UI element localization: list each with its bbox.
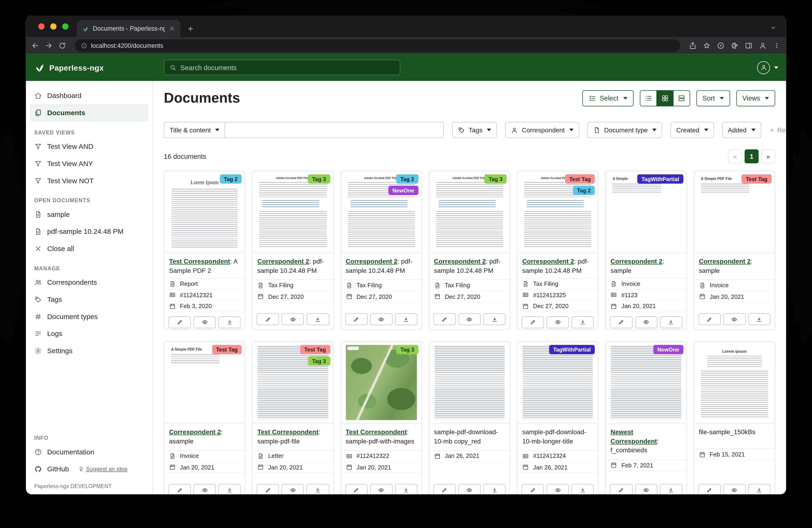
document-thumbnail[interactable]: A SimpleTagWithPartial (606, 171, 686, 253)
tag-badge[interactable]: NewOne (653, 345, 683, 354)
suggest-idea-link[interactable]: Suggest an idea (78, 464, 127, 474)
user-menu[interactable] (757, 61, 778, 74)
edit-button[interactable] (522, 316, 544, 328)
views-button[interactable]: Views (736, 90, 775, 106)
correspondent-link[interactable]: Correspondent 2 (258, 258, 309, 265)
download-button[interactable] (748, 313, 770, 325)
forward-button[interactable] (45, 42, 53, 50)
app-brand[interactable]: Paperless-ngx (34, 62, 104, 73)
document-thumbnail[interactable]: Lorem ipsum (694, 342, 774, 424)
sidebar-item-close-all[interactable]: Close all (30, 240, 148, 257)
view-button[interactable] (635, 316, 657, 328)
sidebar-item-tags[interactable]: Tags (30, 291, 148, 308)
edit-button[interactable] (345, 313, 367, 325)
tag-badge[interactable]: Tag 3 (308, 356, 330, 366)
document-thumbnail[interactable]: TagWithPartial (518, 342, 598, 424)
tag-badge[interactable]: Tag 3 (308, 174, 330, 184)
download-button[interactable] (660, 484, 682, 494)
view-button[interactable] (458, 484, 480, 494)
document-title[interactable]: sample-pdf-download-10-mb copy_red (434, 428, 498, 445)
tab-list-chevron-icon[interactable] (770, 24, 777, 31)
filter-added-button[interactable]: Added (722, 122, 761, 138)
document-thumbnail[interactable] (429, 342, 510, 424)
download-button[interactable] (571, 316, 594, 328)
grid-view-button[interactable] (656, 90, 673, 106)
document-thumbnail[interactable]: NewOne (606, 342, 686, 424)
tag-badge[interactable]: Test Tag (300, 345, 330, 354)
view-button[interactable] (458, 313, 480, 325)
tag-badge[interactable]: NewOne (388, 186, 419, 195)
view-button[interactable] (723, 484, 745, 494)
filter-tags-button[interactable]: Tags (452, 122, 497, 138)
view-button[interactable] (547, 316, 569, 328)
list-view-button[interactable] (640, 90, 657, 106)
zoom-window-button[interactable] (62, 24, 69, 30)
document-thumbnail[interactable]: Adobe Acrobat PDF FilesTag 2NewOne (341, 171, 422, 253)
document-thumbnail[interactable]: Lorem IpsumTag 2 (164, 171, 245, 253)
sidebar-item-correspondents[interactable]: Correspondents (30, 274, 148, 291)
edit-button[interactable] (433, 313, 456, 325)
sidebar-item-test-view-not[interactable]: Test View NOT (30, 172, 148, 189)
browser-tab[interactable]: Documents - Paperless-ngx (77, 20, 180, 38)
download-button[interactable] (483, 484, 506, 494)
tag-badge[interactable]: Test Tag (742, 174, 772, 184)
document-thumbnail[interactable]: Tag 3 (341, 342, 422, 424)
bookmark-star-icon[interactable] (703, 42, 711, 50)
edit-button[interactable] (169, 316, 191, 328)
tag-badge[interactable]: Tag 3 (484, 174, 507, 184)
sidebar-item-test-view-and[interactable]: Test View AND (30, 138, 148, 155)
view-button[interactable] (723, 313, 745, 325)
sort-button[interactable]: Sort (696, 90, 730, 106)
correspondent-link[interactable]: Newest Correspondent (610, 428, 657, 445)
tag-badge[interactable]: TagWithPartial (637, 174, 683, 184)
view-button[interactable] (370, 313, 392, 325)
edit-button[interactable] (698, 313, 721, 325)
download-button[interactable] (748, 484, 770, 494)
edit-button[interactable] (169, 484, 191, 494)
tag-badge[interactable]: Test Tag (212, 345, 242, 354)
search-input[interactable] (180, 63, 395, 72)
browser-menu-icon[interactable] (772, 42, 781, 50)
side-panel-icon[interactable] (745, 42, 753, 50)
document-title[interactable]: sample-pdf-download-10-mb-longer-title (522, 428, 586, 445)
back-button[interactable] (31, 42, 40, 50)
correspondent-link[interactable]: Correspondent 2 (434, 258, 485, 265)
edit-button[interactable] (522, 484, 544, 494)
extensions-icon[interactable] (730, 42, 739, 50)
sidebar-item-document-types[interactable]: Document types (30, 308, 148, 325)
correspondent-link[interactable]: Correspondent 2 (169, 428, 221, 436)
correspondent-link[interactable]: Test Correspondent (258, 428, 318, 436)
download-button[interactable] (307, 313, 329, 325)
sidebar-item-sample[interactable]: sample (30, 206, 148, 223)
minimize-window-button[interactable] (50, 24, 57, 30)
sidebar-item-test-view-any[interactable]: Test View ANY (30, 155, 148, 172)
correspondent-link[interactable]: Correspondent 2 (610, 258, 662, 265)
download-button[interactable] (395, 313, 417, 325)
sidebar-item-documents[interactable]: Documents (30, 104, 148, 122)
tag-badge[interactable]: Tag 2 (396, 174, 418, 184)
edit-button[interactable] (698, 484, 721, 494)
edit-button[interactable] (610, 484, 632, 494)
reload-button[interactable] (58, 42, 67, 50)
page-number-button[interactable]: 1 (745, 149, 759, 163)
download-button[interactable] (660, 316, 682, 328)
tag-badge[interactable]: Tag 2 (573, 186, 595, 195)
document-thumbnail[interactable]: Adobe Acrobat PDF FilesTag 3 (429, 171, 510, 253)
tab-search-icon[interactable] (716, 42, 725, 50)
filter-created-button[interactable]: Created (671, 122, 714, 138)
document-thumbnail[interactable]: A Simple PDF FileTest Tag (164, 342, 245, 424)
reset-filters-button[interactable]: Reset filters (769, 126, 786, 133)
download-button[interactable] (307, 484, 329, 494)
correspondent-link[interactable]: Test Correspondent (169, 258, 230, 265)
tag-badge[interactable]: Tag 3 (396, 345, 418, 354)
download-button[interactable] (218, 484, 241, 494)
tag-badge[interactable]: Test Tag (565, 174, 595, 184)
sidebar-item-dashboard[interactable]: Dashboard (30, 87, 148, 104)
sidebar-item-settings[interactable]: Settings (30, 342, 148, 359)
document-title[interactable]: file-sample_150kBs (699, 428, 755, 436)
tab-close-icon[interactable] (169, 25, 175, 32)
view-button[interactable] (282, 484, 304, 494)
correspondent-link[interactable]: Correspondent 2 (346, 258, 397, 265)
view-button[interactable] (282, 313, 304, 325)
download-button[interactable] (218, 316, 241, 328)
